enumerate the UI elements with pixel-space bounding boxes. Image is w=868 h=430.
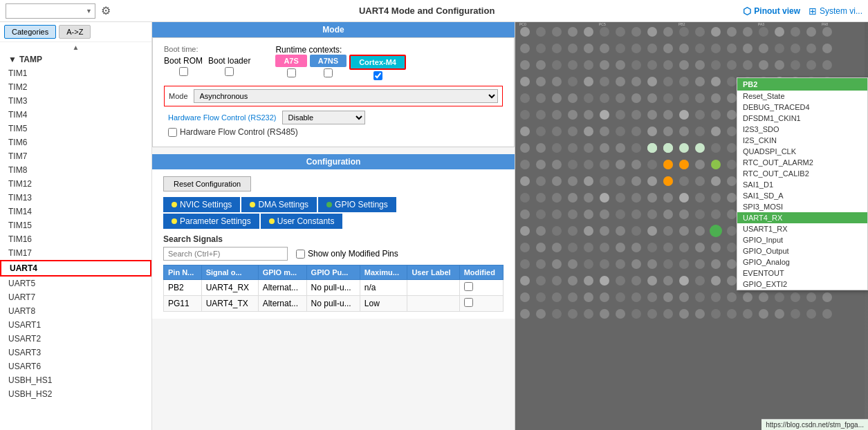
pin-dropdown-item[interactable]: GPIO_Input — [737, 234, 867, 245]
col-gpio-pull[interactable]: GPIO Pu... — [306, 265, 360, 280]
col-user-label[interactable]: User Label — [407, 265, 459, 280]
boot-rom-checkbox[interactable] — [179, 67, 188, 76]
sidebar-item-tim3[interactable]: TIM3 — [0, 94, 151, 108]
pin-dropdown-item[interactable]: EVENTOUT — [737, 268, 867, 279]
search-input[interactable] — [9, 7, 86, 15]
boot-rom-option: Boot ROM — [164, 56, 203, 76]
cell-max: Low — [360, 296, 407, 312]
table-row[interactable]: PB2 UART4_RX Alternat... No pull-u... n/… — [164, 280, 504, 296]
sidebar-item-tim1[interactable]: TIM1 — [0, 66, 151, 80]
search-box[interactable]: ▼ — [6, 3, 95, 19]
tab-nvic-settings[interactable]: NVIC Settings — [163, 197, 240, 212]
pin-dropdown-item[interactable]: RTC_OUT_ALARM2 — [737, 157, 867, 168]
sidebar-item-tim14[interactable]: TIM14 — [0, 205, 151, 218]
runtime-chip-a7s[interactable]: A7S — [275, 55, 306, 67]
tab-parameter-settings[interactable]: Parameter Settings — [163, 214, 259, 229]
pin-dropdown-item[interactable]: DEBUG_TRACED4 — [737, 102, 867, 113]
sidebar-item-uart8[interactable]: UART8 — [0, 304, 151, 318]
pin-dropdown-item[interactable]: USART1_RX — [737, 223, 867, 234]
pin-dropdown-item[interactable]: I2S3_SDO — [737, 124, 867, 135]
pin-dropdown-item[interactable]: SAI1_D1 — [737, 179, 867, 190]
col-gpio-mode[interactable]: GPIO m... — [258, 265, 306, 280]
sidebar-item-tim8[interactable]: TIM8 — [0, 163, 151, 177]
sidebar-item-tim6[interactable]: TIM6 — [0, 135, 151, 149]
sidebar-item-usbh-hs1[interactable]: USBH_HS1 — [0, 373, 151, 387]
hw-flow-rs485-row: Hardware Flow Control (RS485) — [164, 127, 503, 137]
pin-dropdown-item[interactable]: SPI3_MOSI — [737, 201, 867, 212]
col-modified[interactable]: Modified — [459, 265, 503, 280]
col-max[interactable]: Maximu... — [360, 265, 407, 280]
sidebar-item-tim12[interactable]: TIM12 — [0, 177, 151, 191]
user-constants-dot — [269, 218, 275, 224]
sidebar-item-tim13[interactable]: TIM13 — [0, 191, 151, 205]
a7ns-checkbox[interactable] — [324, 68, 333, 77]
show-modified-checkbox[interactable] — [296, 250, 305, 259]
pin-dropdown-item[interactable]: GPIO_Analog — [737, 256, 867, 268]
pinout-view-button[interactable]: ⬡ Pinout view — [743, 6, 800, 17]
col-signal[interactable]: Signal o... — [201, 265, 258, 280]
boot-loader-label: Boot loader — [208, 56, 250, 66]
sidebar-item-usbh-hs2[interactable]: USBH_HS2 — [0, 387, 151, 401]
sidebar-item-uart5[interactable]: UART5 — [0, 277, 151, 290]
search-signals-row: Show only Modified Pins — [163, 247, 504, 261]
sidebar: Categories A->Z ▲ ▼ TAMP TIM1 TIM2 TIM3 … — [0, 22, 152, 430]
sidebar-item-tim7[interactable]: TIM7 — [0, 149, 151, 163]
sidebar-item-uart7[interactable]: UART7 — [0, 290, 151, 304]
pin-dropdown-item[interactable]: QUADSPI_CLK — [737, 146, 867, 157]
sidebar-item-usart3[interactable]: USART3 — [0, 346, 151, 359]
collapse-icon: ▼ — [8, 55, 17, 64]
sidebar-item-tim4[interactable]: TIM4 — [0, 108, 151, 122]
sidebar-item-usart2[interactable]: USART2 — [0, 332, 151, 346]
search-signals-label: Search Signals — [163, 234, 504, 244]
boot-loader-checkbox[interactable] — [225, 67, 234, 76]
pin-dropdown-item[interactable]: SAI1_SD_A — [737, 190, 867, 201]
boot-rom-label: Boot ROM — [164, 56, 203, 66]
sidebar-item-uart4[interactable]: UART4 — [0, 260, 151, 277]
sidebar-item-tamp[interactable]: ▼ TAMP — [0, 53, 151, 66]
scroll-up-indicator[interactable]: ▲ — [0, 42, 151, 53]
sidebar-item-tim2[interactable]: TIM2 — [0, 80, 151, 94]
a7s-checkbox[interactable] — [287, 68, 296, 77]
cortex-checkbox[interactable] — [373, 71, 382, 80]
search-signals-input[interactable] — [163, 247, 288, 261]
boot-row: Boot time: Boot ROM Boot loader Runtime — [164, 45, 503, 80]
tab-dma-settings[interactable]: DMA Settings — [241, 197, 317, 212]
hw-flow-rs485-checkbox[interactable] — [168, 128, 177, 137]
pinout-icon: ⬡ — [743, 6, 751, 17]
reset-configuration-button[interactable]: Reset Configuration — [163, 176, 251, 191]
tabs-row2: Parameter Settings User Constants — [163, 214, 504, 229]
pin-dropdown-item[interactable]: GPIO_EXTI2 — [737, 279, 867, 290]
gear-icon[interactable]: ⚙ — [101, 4, 111, 17]
dropdown-arrow-icon[interactable]: ▼ — [86, 8, 92, 15]
pin-dropdown-item[interactable]: GPIO_Output — [737, 245, 867, 256]
runtime-chip-cortex-m4[interactable]: Cortex-M4 — [349, 55, 406, 70]
col-pin[interactable]: Pin N... — [164, 265, 202, 280]
cell-max: n/a — [360, 280, 407, 296]
mode-section-body: Boot time: Boot ROM Boot loader Runtime — [152, 37, 515, 147]
system-view-button[interactable]: ⊞ System vi... — [809, 6, 862, 17]
config-section: Configuration Reset Configuration NVIC S… — [152, 154, 515, 319]
tab-gpio-settings[interactable]: GPIO Settings — [318, 197, 396, 212]
sidebar-item-usart1[interactable]: USART1 — [0, 318, 151, 332]
pin-dropdown-item[interactable]: Reset_State — [737, 91, 867, 102]
pin-dropdown-item[interactable]: DFSDM1_CKIN1 — [737, 113, 867, 124]
table-row[interactable]: PG11 UART4_TX Alternat... No pull-u... L… — [164, 296, 504, 312]
sidebar-item-tim16[interactable]: TIM16 — [0, 232, 151, 246]
runtime-chip-a7ns[interactable]: A7NS — [310, 55, 347, 67]
sidebar-item-usart6[interactable]: USART6 — [0, 359, 151, 373]
pin-dropdown-item[interactable]: RTC_OUT_CALIB2 — [737, 168, 867, 179]
pin-dropdown-item[interactable]: UART4_RX — [737, 212, 867, 223]
mode-section-header: Mode — [152, 22, 515, 37]
sidebar-item-tim15[interactable]: TIM15 — [0, 218, 151, 232]
sidebar-tabs: Categories A->Z — [0, 22, 151, 42]
hw-flow-rs232-select[interactable]: Disable — [282, 111, 365, 124]
pin-dropdown-item[interactable]: I2S_CKIN — [737, 135, 867, 146]
dma-dot — [250, 202, 255, 207]
tab-categories[interactable]: Categories — [4, 25, 56, 39]
tab-atoz[interactable]: A->Z — [59, 25, 91, 39]
sidebar-item-tim17[interactable]: TIM17 — [0, 246, 151, 260]
tab-user-constants[interactable]: User Constants — [261, 214, 343, 229]
mode-select[interactable]: Asynchronous — [194, 89, 498, 103]
show-modified-row: Show only Modified Pins — [296, 249, 398, 259]
sidebar-item-tim5[interactable]: TIM5 — [0, 122, 151, 135]
